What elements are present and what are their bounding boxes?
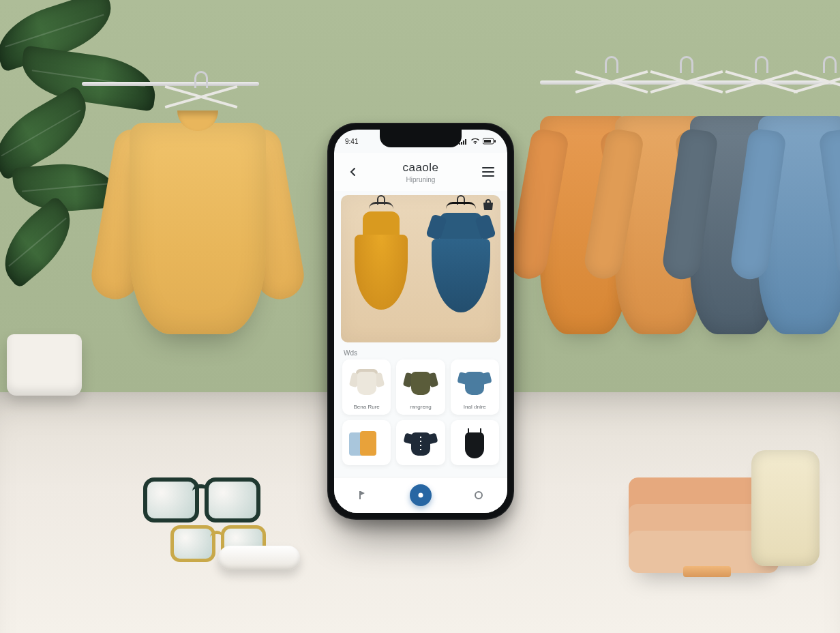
app-title: caaole — [363, 161, 479, 175]
scene: 9:41 caaole Hipruning — [0, 0, 840, 633]
clothes-rack — [540, 89, 833, 375]
lip-balm — [683, 566, 731, 577]
knit-bag — [751, 450, 820, 566]
phone-frame: 9:41 caaole Hipruning — [327, 123, 514, 520]
menu-button[interactable] — [479, 162, 498, 181]
chevron-left-icon — [348, 166, 359, 177]
product-caption: Inal dnire — [464, 404, 486, 411]
hero-banner[interactable] — [341, 195, 500, 342]
app-subtitle: Hipruning — [363, 176, 479, 183]
wifi-icon — [470, 138, 480, 145]
back-button[interactable] — [344, 162, 363, 181]
product-card[interactable] — [342, 420, 391, 465]
circle-icon — [473, 490, 484, 501]
dot-icon — [417, 492, 424, 499]
glasses-case — [218, 546, 300, 570]
svg-rect-2 — [494, 140, 496, 143]
product-caption: mngreng — [410, 404, 432, 411]
svg-point-4 — [475, 492, 482, 499]
phone-notch — [380, 130, 462, 147]
nav-home-button[interactable] — [352, 484, 374, 506]
hanger-icon — [164, 86, 239, 113]
product-card[interactable]: mngreng — [396, 359, 445, 415]
svg-rect-1 — [484, 140, 491, 143]
product-card[interactable]: Inal dnire — [451, 359, 499, 415]
product-grid-row-1: Bena Rure mngreng Inal dnire — [334, 359, 507, 415]
hero-product-blue-dress — [430, 206, 492, 322]
nav-discover-button[interactable] — [410, 484, 432, 506]
hero-product-yellow-dress — [350, 206, 412, 322]
svg-point-3 — [418, 493, 423, 498]
product-card[interactable]: Bena Rure — [342, 359, 391, 415]
product-caption: Bena Rure — [354, 404, 380, 411]
status-indicators — [458, 138, 496, 145]
phone-screen: 9:41 caaole Hipruning — [334, 130, 507, 513]
section-label: Wds — [334, 342, 507, 359]
nav-profile-button[interactable] — [468, 484, 490, 506]
menu-icon — [482, 167, 494, 177]
status-time: 9:41 — [345, 138, 358, 145]
content-area: Wds Bena Rure mngreng Inal dnire — [334, 191, 507, 477]
sweater-yellow — [102, 116, 293, 341]
app-bar: caaole Hipruning — [334, 153, 507, 191]
product-grid-row-2 — [334, 420, 507, 465]
bottom-nav — [334, 477, 507, 513]
product-card[interactable] — [451, 420, 499, 465]
battery-icon — [483, 138, 496, 145]
flag-icon — [357, 490, 368, 501]
product-card[interactable] — [396, 420, 445, 465]
